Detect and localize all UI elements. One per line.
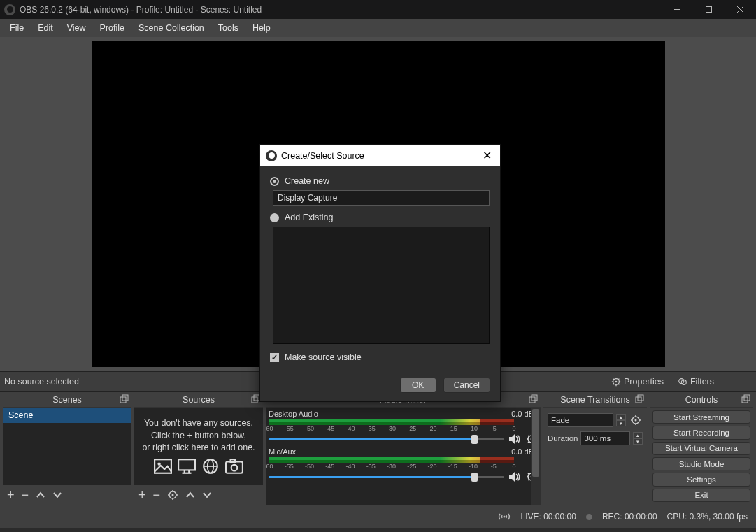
controls-panel: Controls Start StreamingStart RecordingS… xyxy=(650,392,753,505)
menu-profile[interactable]: Profile xyxy=(93,20,131,36)
add-existing-radio[interactable]: Add Existing xyxy=(270,213,490,222)
menu-scene-collection[interactable]: Scene Collection xyxy=(131,20,211,36)
duration-input[interactable]: 300 ms xyxy=(580,431,630,445)
create-source-dialog: Create/Select Source ✕ Create new Displa… xyxy=(259,144,501,402)
menubar: File Edit View Profile Scene Collection … xyxy=(0,19,756,37)
sources-tools: + − xyxy=(134,485,263,505)
sources-empty-line1: You don't have any sources. xyxy=(141,417,256,430)
svg-rect-62 xyxy=(636,397,641,403)
meter-ticks: -60-55-50-45-40-35-30-25-20-15-10-50 xyxy=(269,426,514,433)
dialog-titlebar: Create/Select Source ✕ xyxy=(260,145,500,166)
svg-rect-71 xyxy=(744,395,750,401)
studio-mode-button[interactable]: Studio Mode xyxy=(652,457,750,470)
popout-icon[interactable] xyxy=(741,394,750,404)
exit-button[interactable]: Exit xyxy=(652,489,750,502)
create-new-label: Create new xyxy=(285,176,329,186)
close-button[interactable] xyxy=(725,0,756,19)
mixer-scrollbar[interactable] xyxy=(531,408,541,505)
popout-icon[interactable] xyxy=(528,394,538,404)
scene-up-button[interactable] xyxy=(36,491,45,499)
status-bar: LIVE: 00:00:00 REC: 00:00:00 CPU: 0.3%, … xyxy=(0,505,756,528)
obs-logo-icon xyxy=(4,4,15,15)
svg-line-60 xyxy=(528,480,529,481)
speaker-icon[interactable] xyxy=(508,433,521,445)
maximize-button[interactable] xyxy=(693,0,725,19)
dialog-close-button[interactable]: ✕ xyxy=(480,149,494,162)
volume-slider[interactable] xyxy=(269,433,538,445)
transition-settings-button[interactable] xyxy=(629,413,643,427)
add-source-button[interactable]: + xyxy=(138,489,146,501)
scenes-tools: + − xyxy=(3,485,131,505)
add-scene-button[interactable]: + xyxy=(7,489,15,501)
menu-tools[interactable]: Tools xyxy=(211,20,245,36)
sources-empty-line2: Click the + button below, xyxy=(141,430,256,443)
properties-button[interactable]: Properties xyxy=(607,375,668,389)
popout-icon[interactable] xyxy=(119,394,129,404)
channel-name: Desktop Audio xyxy=(269,410,318,418)
cancel-button[interactable]: Cancel xyxy=(443,378,490,393)
scenes-title: Scenes xyxy=(52,395,82,405)
audio-mixer-panel: Audio Mixer Desktop Audio0.0 dB -60-55-5… xyxy=(266,392,541,505)
dialog-title: Create/Select Source xyxy=(281,151,364,161)
transition-spin[interactable]: ▴▾ xyxy=(616,414,626,426)
svg-line-58 xyxy=(528,473,529,475)
menu-edit[interactable]: Edit xyxy=(31,20,60,36)
svg-line-47 xyxy=(528,436,529,437)
transitions-title: Scene Transitions xyxy=(560,395,629,405)
svg-point-31 xyxy=(231,464,238,470)
remove-source-button[interactable]: − xyxy=(153,489,161,501)
svg-point-5 xyxy=(615,381,618,383)
svg-marker-51 xyxy=(509,472,515,482)
meter-ticks: -60-55-50-45-40-35-30-25-20-15-10-50 xyxy=(269,463,514,470)
globe-icon xyxy=(201,459,220,474)
start-streaming-button[interactable]: Start Streaming xyxy=(652,410,750,424)
svg-point-65 xyxy=(635,419,637,422)
start-recording-button[interactable]: Start Recording xyxy=(652,426,750,439)
svg-rect-20 xyxy=(155,459,171,473)
menu-view[interactable]: View xyxy=(60,20,93,36)
ok-button[interactable]: OK xyxy=(400,378,436,393)
window-title: OBS 26.0.2 (64-bit, windows) - Profile: … xyxy=(20,5,262,15)
svg-rect-17 xyxy=(122,395,128,401)
transition-select[interactable]: Fade xyxy=(548,413,613,427)
sources-header: Sources xyxy=(134,392,263,408)
svg-rect-70 xyxy=(742,397,748,403)
svg-line-12 xyxy=(613,384,614,384)
volume-slider[interactable] xyxy=(269,470,538,483)
scene-down-button[interactable] xyxy=(52,491,62,499)
channel-name: Mic/Aux xyxy=(269,447,296,456)
source-down-button[interactable] xyxy=(202,491,212,499)
menu-file[interactable]: File xyxy=(3,20,31,36)
popout-icon[interactable] xyxy=(250,394,260,404)
svg-rect-38 xyxy=(529,397,535,403)
duration-label: Duration xyxy=(548,434,578,443)
menu-help[interactable]: Help xyxy=(245,20,278,36)
start-virtual-camera-button[interactable]: Start Virtual Camera xyxy=(652,442,750,455)
scene-item[interactable]: Scene xyxy=(3,408,131,423)
filters-button[interactable]: Filters xyxy=(673,375,718,389)
popout-icon[interactable] xyxy=(634,394,644,404)
source-name-input[interactable]: Display Capture xyxy=(273,190,490,206)
audio-channel: Desktop Audio0.0 dB -60-55-50-45-40-35-3… xyxy=(269,409,541,445)
sources-body[interactable]: You don't have any sources. Click the + … xyxy=(134,408,263,485)
svg-line-13 xyxy=(618,379,619,380)
existing-sources-list[interactable] xyxy=(273,227,490,344)
sources-empty-line3: or right click here to add one. xyxy=(141,442,256,454)
remove-scene-button[interactable]: − xyxy=(22,489,29,501)
svg-line-49 xyxy=(528,442,529,443)
sources-panel: Sources You don't have any sources. Clic… xyxy=(134,392,263,505)
make-visible-checkbox[interactable]: ✓ Make source visible xyxy=(270,352,490,362)
source-up-button[interactable] xyxy=(185,491,195,499)
minimize-button[interactable] xyxy=(662,0,693,19)
obs-logo-icon xyxy=(266,150,277,161)
cpu-status: CPU: 0.3%, 30.00 fps xyxy=(667,512,748,522)
no-source-label: No source selected xyxy=(4,377,79,387)
scene-transitions-panel: Scene Transitions Fade ▴▾ Duration 300 m… xyxy=(543,392,647,505)
source-properties-button[interactable] xyxy=(167,489,178,501)
duration-spin[interactable]: ▴▾ xyxy=(633,432,643,445)
settings-button[interactable]: Settings xyxy=(652,473,750,486)
svg-rect-39 xyxy=(532,395,537,401)
titlebar: OBS 26.0.2 (64-bit, windows) - Profile: … xyxy=(0,0,756,19)
speaker-icon[interactable] xyxy=(508,471,521,482)
create-new-radio[interactable]: Create new xyxy=(270,176,490,186)
